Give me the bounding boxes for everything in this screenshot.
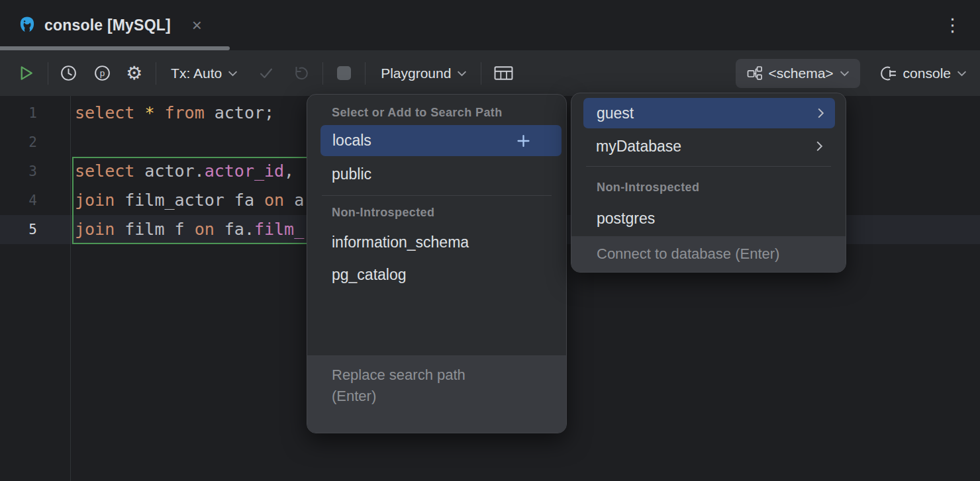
stop-button[interactable] — [337, 66, 351, 80]
postgresql-elephant-icon — [18, 16, 36, 34]
line-number: 3 — [0, 157, 70, 186]
database-item-label: myDatabase — [596, 138, 681, 155]
popup-divider — [322, 195, 552, 196]
code-token: join — [75, 220, 115, 239]
line-number: 2 — [0, 128, 70, 157]
console-session-dropdown[interactable]: console — [879, 65, 967, 82]
more-options-kebab-icon[interactable]: ⋮ — [944, 17, 961, 34]
search-path-popup: Select or Add to Search Path locals publ… — [307, 94, 567, 433]
code-token: on — [264, 191, 284, 210]
popup-header: Select or Add to Search Path — [332, 103, 503, 122]
console-session-label: console — [903, 66, 951, 81]
schema-item-label: information_schema — [332, 234, 469, 251]
tx-mode-dropdown[interactable]: Tx: Auto — [171, 66, 238, 81]
database-item-guest[interactable]: guest — [583, 98, 835, 128]
schema-item-label: public — [332, 165, 371, 183]
active-tab-underline — [0, 46, 230, 50]
code-token: actor; — [205, 103, 274, 122]
schema-selector-dropdown[interactable]: <schema> — [736, 59, 860, 88]
code-token: select — [75, 161, 134, 181]
chevron-down-icon — [840, 70, 850, 77]
schema-icon — [746, 65, 763, 81]
code-token: from — [165, 103, 205, 122]
add-to-path-plus-icon[interactable] — [517, 134, 530, 147]
chevron-right-icon — [816, 140, 823, 152]
tab-title: console [MySQL] — [44, 17, 171, 34]
database-popup: guest myDatabase Non-Introspected postgr… — [571, 93, 846, 273]
code-token — [134, 103, 144, 122]
chevron-right-icon — [817, 107, 824, 119]
line-number: 5 — [0, 215, 70, 244]
result-table-icon[interactable] — [494, 65, 513, 82]
database-item-label: guest — [597, 105, 634, 122]
code-token: film_actor fa — [115, 191, 264, 210]
tab-close-icon[interactable]: × — [189, 17, 205, 34]
code-token: film f — [115, 220, 194, 239]
schema-label: <schema> — [769, 66, 834, 81]
code-line[interactable]: join film f on fa.film_ — [75, 215, 304, 244]
chevron-down-icon — [957, 70, 967, 77]
popup-section-header: Non-Introspected — [597, 177, 699, 197]
code-token: actor. — [134, 161, 204, 181]
popup-section-header: Non-Introspected — [332, 202, 434, 222]
popup-footer-hint: Replace search path (Enter) — [307, 355, 566, 433]
playground-dropdown[interactable]: Playground — [381, 66, 467, 81]
popup-footer-hint: Connect to database (Enter) — [571, 236, 846, 272]
database-item-postgres[interactable]: postgres — [571, 203, 846, 234]
schema-item-pg-catalog[interactable]: pg_catalog — [307, 259, 566, 290]
code-token — [154, 103, 164, 122]
editor-tab-bar: console [MySQL] × ⋮ — [0, 0, 980, 50]
svg-text:p: p — [100, 68, 105, 78]
schema-item-locals[interactable]: locals — [320, 125, 562, 156]
code-token: join — [75, 191, 115, 210]
toolbar-separator — [48, 62, 48, 85]
schema-item-label: locals — [332, 132, 371, 150]
query-history-icon[interactable] — [60, 64, 77, 82]
line-number: 4 — [0, 186, 70, 215]
schema-item-public[interactable]: public — [307, 159, 566, 189]
chevron-down-icon — [228, 70, 238, 77]
database-item-mydatabase[interactable]: myDatabase — [571, 131, 846, 161]
code-token: fa. — [215, 220, 254, 239]
tx-mode-label: Tx: Auto — [171, 66, 222, 81]
line-number: 1 — [0, 99, 70, 128]
code-line[interactable]: join film_actor fa on a — [75, 186, 304, 215]
code-token: , — [284, 161, 294, 181]
code-token: film_ — [254, 220, 304, 239]
run-button[interactable] — [17, 64, 35, 82]
code-token: actor_id — [205, 161, 284, 181]
chevron-down-icon — [457, 70, 467, 77]
toolbar-separator — [322, 62, 323, 85]
popup-divider — [586, 166, 831, 167]
code-token: a — [284, 191, 304, 210]
toolbar-separator — [156, 62, 156, 85]
parameters-icon[interactable]: p — [93, 64, 111, 82]
code-token: * — [144, 103, 154, 122]
schema-item-information-schema[interactable]: information_schema — [307, 227, 566, 257]
playground-label: Playground — [381, 66, 451, 81]
gutter: 12345 — [0, 96, 71, 481]
commit-check-icon[interactable] — [258, 65, 275, 82]
toolbar-separator — [481, 62, 481, 85]
schema-item-label: pg_catalog — [332, 266, 407, 284]
code-token: select — [75, 103, 134, 122]
database-item-label: postgres — [597, 210, 655, 228]
code-line[interactable]: select actor.actor_id, — [75, 157, 294, 186]
rollback-icon[interactable] — [291, 65, 308, 82]
settings-gear-icon[interactable]: ⚙ — [126, 64, 142, 83]
tab-console-mysql[interactable]: console [MySQL] × — [0, 0, 205, 50]
console-toolbar: p ⚙ Tx: Auto Playground <schema> — [0, 50, 980, 96]
toolbar-separator — [365, 62, 366, 85]
code-line[interactable]: select * from actor; — [75, 99, 274, 128]
code-token: on — [195, 220, 215, 239]
console-plug-icon — [879, 65, 897, 82]
